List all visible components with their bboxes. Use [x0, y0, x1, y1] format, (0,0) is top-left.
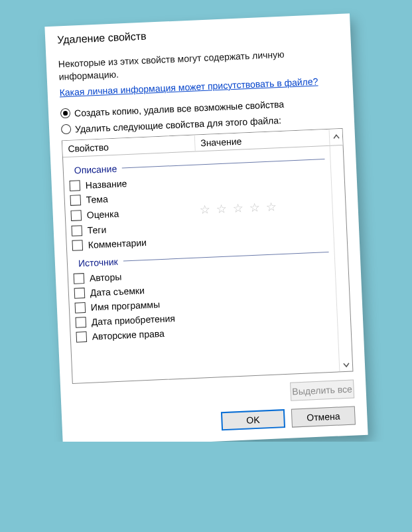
- checkbox-subject[interactable]: [70, 195, 81, 206]
- checkbox-tags[interactable]: [71, 225, 82, 236]
- prop-copyright-label: Авторские права: [92, 326, 205, 341]
- group-description-label: Описание: [74, 163, 117, 176]
- scroll-down-icon[interactable]: [342, 359, 350, 371]
- radio-create-copy[interactable]: [60, 108, 70, 119]
- properties-list: Свойство Значение Описание Название Тема: [61, 128, 353, 384]
- group-divider: [122, 159, 324, 168]
- checkbox-date-taken[interactable]: [74, 288, 85, 299]
- checkbox-program[interactable]: [74, 302, 86, 313]
- checkbox-authors[interactable]: [73, 273, 84, 284]
- remove-properties-dialog: Удаление свойств Некоторые из этих свойс…: [44, 13, 368, 442]
- list-body: Описание Название Тема Оценка ☆ ☆ ☆ ☆ ☆: [62, 145, 352, 383]
- checkbox-date-acquired[interactable]: [75, 317, 86, 328]
- select-all-button: Выделить все: [290, 379, 354, 400]
- group-divider: [123, 252, 328, 262]
- prop-rating-label: Оценка: [86, 205, 200, 220]
- ok-button[interactable]: OK: [220, 409, 285, 430]
- select-all-row: Выделить все: [72, 379, 354, 410]
- dialog-title: Удаление свойств: [56, 22, 338, 46]
- checkbox-title[interactable]: [69, 180, 80, 191]
- cancel-button[interactable]: Отмена: [291, 406, 355, 427]
- prop-comments-label: Комментарии: [88, 234, 201, 250]
- checkbox-comments[interactable]: [72, 240, 83, 251]
- group-source-label: Источник: [78, 256, 117, 269]
- scroll-up-icon[interactable]: [328, 129, 342, 145]
- list-content: Описание Название Тема Оценка ☆ ☆ ☆ ☆ ☆: [62, 146, 338, 383]
- radio-remove-selected[interactable]: [60, 124, 71, 135]
- checkbox-rating[interactable]: [70, 210, 82, 221]
- dialog-buttons: OK Отмена: [74, 406, 356, 436]
- checkbox-copyright[interactable]: [76, 331, 87, 343]
